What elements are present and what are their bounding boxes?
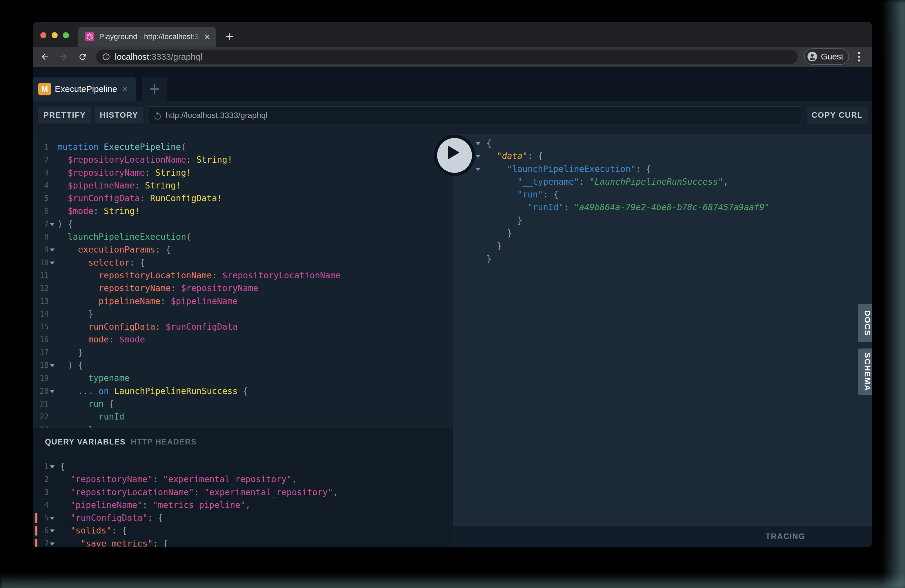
code-token: $runConfigData: [165, 322, 238, 332]
code-token: "runId": [527, 202, 564, 212]
endpoint-input[interactable]: http://localhost:3333/graphql: [147, 106, 801, 124]
http-headers-tab[interactable]: HTTP HEADERS: [131, 428, 197, 456]
code-text: $mode: String!: [57, 205, 140, 218]
code-token: [160, 322, 165, 332]
code-line: "launchPipelineExecution": {: [453, 163, 872, 175]
fold-arrow-icon[interactable]: [50, 364, 54, 367]
fold-arrow-icon[interactable]: [50, 529, 54, 532]
tab-close-icon[interactable]: [204, 33, 210, 40]
fold-arrow-icon[interactable]: [476, 155, 480, 158]
code-token: :: [194, 487, 204, 497]
code-token: $repositoryName: [68, 168, 145, 178]
code-text: mode: $mode: [57, 333, 145, 346]
code-token: "LaunchPipelineRunSuccess": [589, 177, 723, 187]
code-text: {: [486, 137, 492, 149]
reload-icon[interactable]: [78, 52, 87, 62]
code-token: [57, 232, 68, 242]
code-token: selector: [89, 258, 130, 268]
code-token: [486, 177, 518, 187]
session-close-icon[interactable]: [122, 86, 128, 92]
profile-label: Guest: [821, 49, 843, 64]
code-line: 5 "runConfigData": {: [33, 512, 453, 524]
fold-arrow-icon[interactable]: [476, 142, 480, 145]
code-token: [60, 487, 70, 497]
code-token: [57, 296, 98, 306]
browser-menu-icon[interactable]: [857, 51, 861, 62]
traffic-zoom-button[interactable]: [63, 32, 69, 38]
code-token: mode: [89, 335, 109, 345]
code-token: [57, 206, 68, 216]
backdrop-glow-right: [882, 0, 905, 588]
fold-arrow-icon[interactable]: [50, 542, 54, 546]
code-token: LaunchPipelineRunSuccess: [114, 386, 237, 396]
code-token: String!: [104, 206, 140, 216]
mutation-badge: M: [38, 83, 51, 95]
code-token: [486, 190, 518, 199]
docs-side-tab[interactable]: DOCS: [858, 304, 872, 342]
code-token: [57, 193, 68, 203]
code-token: "experimental_repository": [204, 487, 333, 497]
fold-arrow-icon[interactable]: [50, 262, 54, 265]
result-viewer[interactable]: { "data": { "launchPipelineExecution": {…: [453, 134, 872, 526]
code-token: [217, 270, 222, 280]
copy-curl-button[interactable]: COPY CURL: [807, 107, 868, 124]
history-button[interactable]: HISTORY: [95, 107, 143, 124]
site-info-icon[interactable]: [102, 53, 110, 61]
new-session-button[interactable]: [142, 78, 167, 101]
code-line: 22 runId: [33, 410, 453, 423]
line-number: 2: [33, 153, 49, 166]
fold-arrow-icon[interactable]: [50, 516, 54, 520]
traffic-minimize-button[interactable]: [52, 32, 58, 38]
code-line: 12 repositoryName: $repositoryName: [33, 282, 453, 295]
code-text: run {: [57, 397, 114, 410]
line-number: 7: [33, 537, 49, 547]
code-text: "runId": "a49b864a-79e2-4be8-b78c-687457…: [486, 201, 770, 214]
profile-button[interactable]: Guest: [804, 48, 849, 65]
session-tab[interactable]: M ExecutePipeline: [33, 78, 136, 101]
code-token: (: [186, 232, 191, 242]
code-token: }: [486, 228, 512, 238]
query-editor-code: 1mutation ExecutePipeline(2 $repositoryL…: [33, 141, 453, 428]
code-text: "launchPipelineExecution": {: [486, 163, 651, 175]
forward-icon[interactable]: [59, 52, 68, 62]
fold-arrow-icon[interactable]: [50, 248, 54, 252]
fold-arrow-icon[interactable]: [50, 390, 54, 393]
code-token: [57, 322, 89, 332]
code-line: 13 pipelineName: $pipelineName: [33, 295, 453, 308]
new-tab-icon[interactable]: [225, 32, 233, 41]
line-number: 20: [33, 385, 49, 397]
query-variables-tab[interactable]: QUERY VARIABLES: [45, 428, 126, 456]
tracing-bar[interactable]: TRACING: [453, 526, 872, 547]
line-number: 13: [33, 295, 49, 308]
code-token: "experimental_repository": [163, 474, 292, 484]
fold-arrow-icon[interactable]: [50, 223, 54, 226]
code-token: :: [579, 177, 590, 187]
code-token: [57, 283, 98, 293]
code-text: "solids": {: [60, 524, 127, 537]
code-token: {: [60, 462, 65, 472]
line-number: 3: [33, 167, 49, 179]
traffic-close-button[interactable]: [40, 32, 46, 38]
address-bar[interactable]: localhost:3333/graphql: [96, 49, 798, 64]
back-icon[interactable]: [40, 52, 49, 62]
code-token: [98, 142, 104, 152]
code-token: [150, 168, 156, 178]
code-text: runConfigData: $runConfigData: [57, 320, 238, 333]
code-line: {: [453, 137, 872, 149]
query-editor[interactable]: 1mutation ExecutePipeline(2 $repositoryL…: [33, 134, 453, 428]
schema-side-tab[interactable]: SCHEMA: [858, 348, 872, 395]
code-line: 4 "pipelineName": "metrics_pipeline",: [33, 499, 453, 512]
profile-avatar-icon: [807, 51, 818, 62]
browser-tab[interactable]: Playground - http://localhost:3: [78, 27, 216, 47]
code-token: }: [78, 348, 83, 358]
line-number: 11: [33, 269, 49, 282]
code-token: : {: [527, 151, 543, 161]
code-text: repositoryLocationName: $repositoryLocat…: [57, 269, 341, 282]
execute-button[interactable]: [434, 135, 475, 176]
line-number: 16: [33, 333, 49, 346]
fold-arrow-icon[interactable]: [50, 466, 54, 469]
code-token: [114, 335, 119, 345]
fold-arrow-icon[interactable]: [476, 168, 480, 171]
prettify-button[interactable]: PRETTIFY: [38, 107, 91, 124]
code-token: executionParams: [78, 245, 155, 254]
